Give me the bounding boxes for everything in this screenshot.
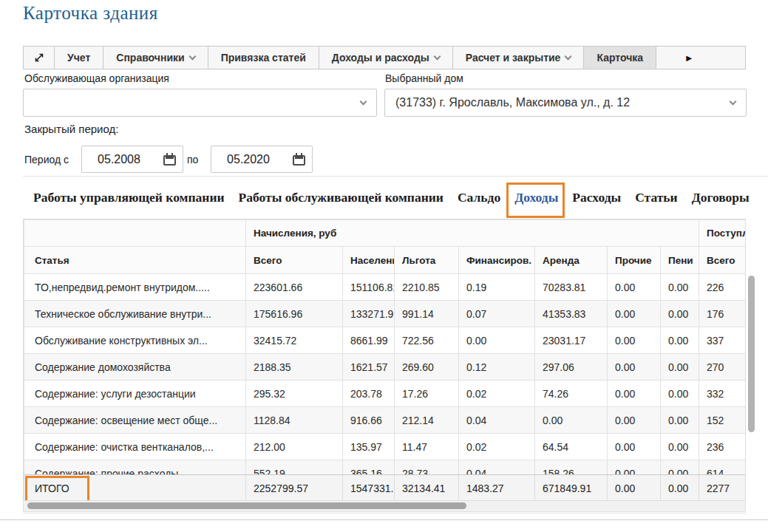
value-cell: 151106.81 (343, 274, 395, 301)
period-to-label: по (187, 154, 198, 166)
value-cell: 269.60 (395, 354, 459, 381)
table-head: Начисления, рубПоступления, рубСтатьяВсе… (24, 220, 747, 274)
house-label: Выбранный дом (385, 72, 463, 84)
toolbar-button-raschet-i-zakrytie[interactable]: Расчет и закрытие (453, 47, 585, 69)
article-cell: ТО,непредвид.ремонт внутридом..... (24, 274, 246, 301)
value-cell: 17.26 (395, 381, 459, 407)
column-header-2: Население (343, 247, 395, 274)
totals-grid: ИТОГО2252799.571547331.9832134.411483.27… (24, 475, 746, 501)
column-header-4: Финансиров. (459, 247, 535, 274)
toolbar-button-privyazka-statey[interactable]: Привязка статей (208, 47, 319, 69)
value-cell: 295.32 (246, 381, 343, 407)
tab-stati[interactable]: Статьи (635, 188, 677, 207)
totals-value-cell: 0.00 (661, 475, 699, 501)
value-cell: 297.06 (535, 354, 608, 381)
totals-value-cell: 2277 (699, 475, 747, 501)
value-cell: 0.00 (608, 327, 661, 354)
table-row[interactable]: ТО,непредвид.ремонт внутридом.....223601… (24, 274, 747, 301)
tab-saldo[interactable]: Сальдо (458, 188, 500, 207)
value-cell: 64.54 (535, 434, 608, 460)
value-cell: 203.78 (343, 381, 395, 407)
value-cell: 32415.72 (246, 327, 343, 354)
value-cell: 0.00 (661, 354, 699, 381)
group-header-1: Начисления, руб (246, 220, 699, 247)
period-from-input[interactable]: 05.2008 (81, 146, 183, 173)
value-cell: 175616.96 (246, 301, 343, 327)
toolbar-button-dohody-i-rashody[interactable]: Доходы и расходы (319, 47, 453, 69)
article-cell: Содержание домохозяйства (24, 354, 246, 381)
value-cell: 0.00 (661, 407, 699, 434)
value-cell: 2188.35 (246, 354, 343, 381)
value-cell: 0.00 (661, 327, 699, 354)
play-icon: ► (684, 52, 694, 64)
column-header-row: СтатьяВсегоНаселениеЛьготаФинансиров.Аре… (24, 247, 747, 274)
expand-icon (33, 52, 45, 64)
value-cell: 0.00 (608, 434, 661, 460)
toolbar-button-expand[interactable] (24, 47, 55, 69)
toolbar-button-uchet[interactable]: Учет (55, 47, 103, 69)
income-table: Начисления, рубПоступления, рубСтатьяВсе… (23, 219, 746, 501)
value-cell: 135.97 (343, 434, 395, 460)
toolbar: УчетСправочникиПривязка статейДоходы и р… (23, 46, 746, 69)
table-row[interactable]: Содержание: услуги дезостанции295.32203.… (24, 381, 747, 407)
org-select[interactable] (23, 89, 377, 117)
value-cell: 212.00 (246, 434, 343, 460)
building-card-panel: Работы управляющей компанииРаботы обслуж… (23, 176, 768, 514)
horizontal-scrollbar[interactable] (23, 501, 746, 512)
tab-dohody[interactable]: Доходы (514, 188, 558, 207)
value-cell: 74.26 (535, 381, 608, 407)
closed-period-label: Закрытый период: (24, 123, 118, 135)
panel-bottom-border (23, 513, 746, 514)
value-cell: 8661.99 (343, 327, 395, 354)
vertical-scrollbar-thumb[interactable] (748, 276, 755, 432)
toolbar-button-label: Карточка (597, 52, 643, 64)
tab-rashody[interactable]: Расходы (572, 188, 621, 207)
table-row[interactable]: Содержание: освещение мест обще...1128.8… (24, 407, 747, 434)
value-cell: 0.00 (661, 301, 699, 327)
value-cell: 2210.85 (395, 274, 459, 301)
article-cell: Техническое обслуживание внутри... (24, 301, 246, 327)
tab-raboty-obsluzhivayushchey[interactable]: Работы обслуживающей компании (239, 188, 444, 207)
tab-raboty-upravlyayushchey[interactable]: Работы управляющей компании (33, 188, 225, 207)
value-cell: 0.00 (459, 327, 535, 354)
value-cell: 0.19 (459, 274, 535, 301)
column-header-1: Всего (246, 247, 343, 274)
house-select[interactable]: (31733) г. Ярославль, Максимова ул., д. … (384, 89, 747, 117)
value-cell: 0.00 (535, 407, 608, 434)
toolbar-button-label: Привязка статей (221, 52, 306, 64)
value-cell: 0.00 (661, 381, 699, 407)
value-cell: 70283.81 (535, 274, 608, 301)
value-cell: 0.12 (459, 354, 535, 381)
totals-value-cell: 671849.91 (535, 475, 608, 501)
toolbar-button-next[interactable]: ► (656, 47, 721, 69)
table-row[interactable]: Содержание домохозяйства2188.351621.5726… (24, 354, 747, 381)
totals-value-cell: 32134.41 (395, 475, 459, 501)
value-cell: 0.02 (459, 434, 535, 460)
value-cell: 0.04 (459, 407, 535, 434)
value-cell: 212.14 (395, 407, 459, 434)
toolbar-button-spravochniki[interactable]: Справочники (103, 47, 208, 69)
value-cell: 226 (699, 274, 747, 301)
value-cell: 0.02 (459, 381, 535, 407)
value-cell: 916.66 (343, 407, 395, 434)
tab-dogovory[interactable]: Договоры (692, 188, 750, 207)
column-header-0: Статья (24, 247, 246, 274)
table-row[interactable]: Обслуживание конструктивных эл...32415.7… (24, 327, 747, 354)
article-cell: Обслуживание конструктивных эл... (24, 327, 246, 354)
totals-value-cell: 0.00 (608, 475, 661, 501)
table-row[interactable]: Содержание: очистка вентканалов,...212.0… (24, 434, 747, 460)
period-to-input[interactable]: 05.2020 (211, 146, 313, 173)
calendar-icon (293, 155, 305, 166)
page-title: Карточка здания (23, 3, 158, 24)
article-cell: Содержание: очистка вентканалов,... (24, 434, 246, 460)
totals-row-cells: ИТОГО2252799.571547331.9832134.411483.27… (24, 475, 747, 501)
article-cell: Содержание: услуги дезостанции (24, 381, 246, 407)
column-header-5: Аренда (535, 247, 608, 274)
column-header-8: Всего (699, 247, 747, 274)
group-header-2: Поступления, руб (699, 220, 747, 247)
calendar-button[interactable] (285, 146, 312, 172)
horizontal-scrollbar-thumb[interactable] (27, 502, 466, 509)
toolbar-button-kartochka[interactable]: Карточка (584, 47, 656, 69)
calendar-button[interactable] (156, 146, 183, 172)
table-row[interactable]: Техническое обслуживание внутри...175616… (24, 301, 747, 327)
